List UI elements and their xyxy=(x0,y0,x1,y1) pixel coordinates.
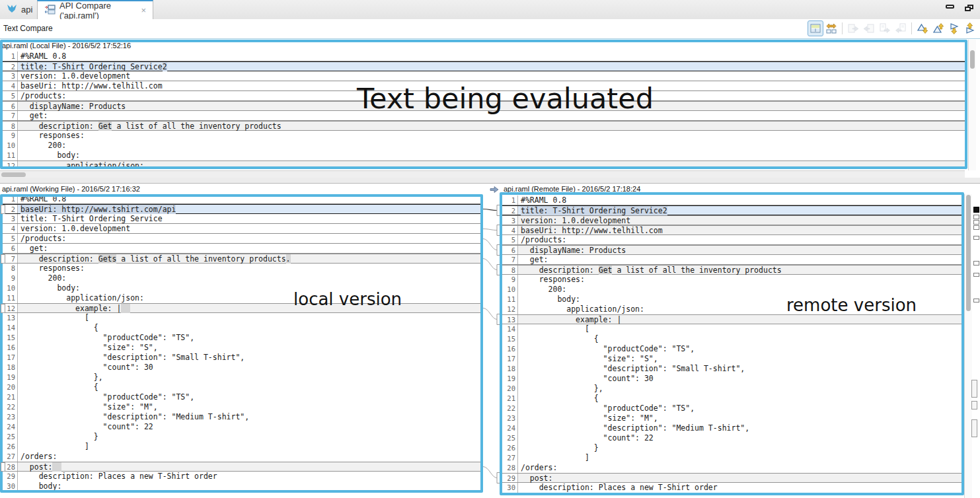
diff-marker[interactable] xyxy=(973,220,979,225)
code-line[interactable]: 9 responses: xyxy=(500,275,964,285)
code-line[interactable]: 27 ] xyxy=(500,453,964,463)
code-line[interactable]: 12 application/json: xyxy=(0,160,965,168)
pane-divider[interactable] xyxy=(0,178,980,183)
diff-block-marker[interactable] xyxy=(971,401,977,409)
diff-marker[interactable] xyxy=(973,299,979,302)
code-line[interactable]: 4baseUri: http://www.telhill.com xyxy=(0,81,965,91)
code-line[interactable]: 20 }, xyxy=(500,384,964,394)
diff-block-marker[interactable] xyxy=(971,419,977,437)
code-line[interactable]: 14 { xyxy=(0,323,483,333)
code-line[interactable]: 28 post: xyxy=(0,462,483,472)
code-line[interactable]: 22 "productCode": "TS", xyxy=(500,404,964,413)
toggle-ancestor-pane-button[interactable] xyxy=(808,20,823,36)
code-line[interactable]: 27/orders: xyxy=(0,452,483,462)
code-line[interactable]: 4baseUri: http://www.telhill.com xyxy=(500,225,964,235)
code-line[interactable]: 4version: 1.0.development xyxy=(0,224,483,234)
code-line[interactable]: 10 200: xyxy=(500,285,964,295)
diff-marker[interactable] xyxy=(973,236,979,240)
code-line[interactable]: 20 { xyxy=(0,382,483,392)
code-line[interactable]: 7 get: xyxy=(0,111,965,121)
code-line[interactable]: 15 "productCode": "TS", xyxy=(0,333,483,343)
top-pane-editor[interactable]: 1#%RAML 0.82title: T-Shirt Ordering Serv… xyxy=(0,52,965,168)
code-line[interactable]: 19 "count": 30 xyxy=(500,374,964,384)
code-line[interactable]: 29 description: Places a new T-Shirt ord… xyxy=(0,472,483,481)
diff-overview-ruler[interactable] xyxy=(971,194,980,498)
code-line[interactable]: 25 } xyxy=(0,432,483,442)
diff-marker[interactable] xyxy=(973,207,979,213)
top-pane-vertical-scrollbar[interactable] xyxy=(968,40,976,170)
code-line[interactable]: 29 post: xyxy=(500,473,964,483)
code-line[interactable]: 30 description: Places a new T-Shirt ord… xyxy=(500,483,964,493)
code-line[interactable]: 30 body: xyxy=(0,481,483,491)
code-line[interactable]: 10 200: xyxy=(0,141,965,151)
next-difference-button[interactable] xyxy=(915,20,930,36)
code-line[interactable]: 1#%RAML 0.8 xyxy=(500,196,964,205)
code-line[interactable]: 25 "count": 22 xyxy=(500,433,964,443)
code-line[interactable]: 7 description: Gets a list of all the in… xyxy=(0,254,483,264)
code-line[interactable]: 3title: T-Shirt Ordering Service xyxy=(0,214,483,224)
code-line[interactable]: 24 "count": 22 xyxy=(0,422,483,432)
diff-marker[interactable] xyxy=(973,261,979,266)
code-line[interactable]: 18 "count": 30 xyxy=(0,363,483,373)
diff-marker[interactable] xyxy=(973,273,979,277)
code-line[interactable]: 12 application/json: xyxy=(500,304,964,314)
code-line[interactable]: 1#%RAML 0.8 xyxy=(0,52,965,61)
code-line[interactable]: 21 "productCode": "TS", xyxy=(0,392,483,402)
code-line[interactable]: 3version: 1.0.development xyxy=(0,71,965,81)
code-line[interactable]: 16 "productCode": "TS", xyxy=(500,344,964,354)
code-line[interactable]: 5/products: xyxy=(0,91,965,101)
code-line[interactable]: 10 body: xyxy=(0,283,483,293)
restore-icon[interactable] xyxy=(965,5,973,12)
swap-left-right-button[interactable] xyxy=(823,20,839,36)
code-line[interactable]: 11 body: xyxy=(0,151,965,160)
code-line[interactable]: 8 responses: xyxy=(0,264,483,273)
code-line[interactable]: 12 example: | xyxy=(0,303,483,313)
code-line[interactable]: 2title: T-Shirt Ordering Service2 xyxy=(0,61,965,71)
code-line[interactable]: 28/orders: xyxy=(500,463,964,473)
code-line[interactable]: 6 displayName: Products xyxy=(500,245,964,255)
code-line[interactable]: 11 body: xyxy=(500,295,964,304)
code-line[interactable]: 9 200: xyxy=(0,273,483,283)
previous-change-button[interactable] xyxy=(962,20,978,36)
code-line[interactable]: 6 displayName: Products xyxy=(0,101,965,111)
code-line[interactable]: 26 } xyxy=(500,443,964,453)
code-line[interactable]: 5/products: xyxy=(0,234,483,244)
code-line[interactable]: 3version: 1.0.development xyxy=(500,215,964,225)
code-line[interactable]: 6 get: xyxy=(0,244,483,254)
code-line[interactable]: 5/products: xyxy=(500,235,964,245)
code-line[interactable]: 17 "size": "S", xyxy=(500,354,964,364)
code-line[interactable]: 23 "description": "Medium T-shirt", xyxy=(0,412,483,422)
diff-block-marker[interactable] xyxy=(971,380,977,398)
tab-api[interactable]: api xyxy=(0,0,37,19)
code-line[interactable]: 13 [ xyxy=(0,313,483,323)
code-line[interactable]: 9 responses: xyxy=(0,131,965,141)
code-line[interactable]: 8 description: Get a list of all the inv… xyxy=(500,265,964,275)
code-line[interactable]: 2baseUri: http://www.tshirt.com/api xyxy=(0,204,483,214)
code-line[interactable]: 2title: T-Shirt Ordering Service2 xyxy=(500,205,964,215)
code-line[interactable]: 22 "size": "M", xyxy=(0,402,483,412)
code-line[interactable]: 16 "size": "S", xyxy=(0,343,483,353)
left-pane-editor[interactable]: 1#%RAML 0.82baseUri: http://www.tshirt.c… xyxy=(0,194,483,493)
tab-api-compare[interactable]: API Compare ('api.raml') × xyxy=(37,0,153,19)
previous-difference-button[interactable] xyxy=(930,20,946,36)
code-line[interactable]: 19 }, xyxy=(0,373,483,382)
code-line[interactable]: 24 "description": "Medium T-shirt", xyxy=(500,423,964,433)
code-line[interactable]: 23 "size": "M", xyxy=(500,413,964,423)
diff-marker[interactable] xyxy=(973,215,979,219)
code-line[interactable]: 21 { xyxy=(500,394,964,404)
diff-marker[interactable] xyxy=(973,225,979,230)
right-pane-editor[interactable]: 1#%RAML 0.82title: T-Shirt Ordering Serv… xyxy=(500,196,964,495)
code-line[interactable]: 7 get: xyxy=(500,255,964,265)
code-line[interactable]: 14 [ xyxy=(500,324,964,334)
code-line[interactable]: 18 "description": "Small T-shirt", xyxy=(500,364,964,374)
code-line[interactable]: 8 description: Get a list of all the inv… xyxy=(0,121,965,131)
code-line[interactable]: 1#%RAML 0.8 xyxy=(0,194,483,204)
close-icon[interactable]: × xyxy=(141,5,146,15)
code-line[interactable]: 11 application/json: xyxy=(0,293,483,303)
code-line[interactable]: 13 example: | xyxy=(500,314,964,324)
minimize-icon[interactable] xyxy=(946,5,954,9)
code-line[interactable]: 26 ] xyxy=(0,442,483,452)
code-line[interactable]: 17 "description": "Small T-shirt", xyxy=(0,353,483,363)
next-change-button[interactable] xyxy=(946,20,962,36)
code-line[interactable]: 15 { xyxy=(500,334,964,344)
